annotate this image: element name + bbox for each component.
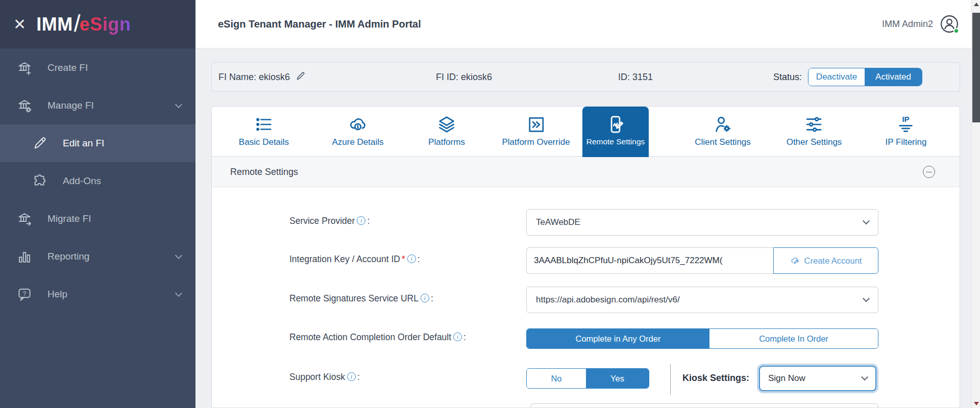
service-provider-select[interactable]: TeAWebDE xyxy=(526,209,878,236)
tab-basic-details[interactable]: Basic Details xyxy=(239,107,289,157)
cloud-pen-icon xyxy=(790,256,800,266)
tab-client-settings[interactable]: Client Settings xyxy=(695,107,751,157)
support-kiosk-toggle: No Yes xyxy=(526,368,649,389)
vertical-divider xyxy=(670,364,671,395)
support-kiosk-label: Support Kioski: xyxy=(289,372,360,382)
activated-button[interactable]: Activated xyxy=(865,68,922,86)
bank-arrow-icon xyxy=(17,211,32,226)
tab-platforms[interactable]: Platforms xyxy=(428,107,465,157)
sidebar-item-reporting[interactable]: Reporting xyxy=(0,238,195,275)
device-signature-icon xyxy=(606,115,625,134)
sidebar-nav: Create FI Manage FI Edit an FI Add-Ons xyxy=(0,49,195,313)
scrollbar-thumb[interactable] xyxy=(972,13,980,122)
user-name: IMM Admin2 xyxy=(882,19,933,30)
user-menu[interactable]: IMM Admin2 xyxy=(882,15,959,33)
chevron-down-icon xyxy=(863,217,870,224)
kiosk-settings-value: Sign Now xyxy=(768,373,805,384)
logo-esign-text: eSign xyxy=(80,14,131,35)
sidebar-item-help[interactable]: ? Help xyxy=(0,275,195,313)
help-bubble-icon: ? xyxy=(17,287,32,302)
deactivate-button[interactable]: Deactivate xyxy=(808,68,865,86)
status-toggle: Deactivate Activated xyxy=(808,68,922,86)
sidebar-item-label: Create FI xyxy=(47,62,88,73)
bar-chart-icon xyxy=(17,249,32,264)
kiosk-no-option[interactable]: No xyxy=(527,369,586,388)
complete-any-order-option[interactable]: Complete in Any Order xyxy=(527,329,709,348)
create-account-label: Create Account xyxy=(804,256,862,266)
tab-label: Client Settings xyxy=(695,137,751,147)
tab-label: Azure Details xyxy=(332,137,383,147)
integration-key-input[interactable]: 3AAABLblqZhCPfuU-npiCakOjy5Ut75_7222WM( xyxy=(526,247,773,274)
close-menu-icon[interactable]: ✕ xyxy=(13,17,26,32)
puzzle-icon xyxy=(32,173,47,189)
service-url-value: https://api.adobesign.com/api/rest/v6/ xyxy=(536,295,680,305)
scroll-down-arrow[interactable] xyxy=(972,399,980,408)
tab-label: Basic Details xyxy=(239,137,289,147)
sidebar-item-manage-fi[interactable]: Manage FI xyxy=(0,87,195,124)
tab-ip-filtering[interactable]: IP IP Filtering xyxy=(886,107,927,157)
tab-other-settings[interactable]: Other Settings xyxy=(787,107,842,157)
bank-plus-icon xyxy=(17,60,32,75)
kiosk-settings-select[interactable]: Sign Now xyxy=(759,366,876,391)
svg-text:IP: IP xyxy=(902,115,910,123)
integration-key-label: Integration Key / Account ID*i: xyxy=(289,254,420,265)
integration-key-group: 3AAABLblqZhCPfuU-npiCakOjy5Ut75_7222WM( … xyxy=(526,247,878,274)
info-icon[interactable]: i xyxy=(407,254,416,263)
tab-label: Platform Override xyxy=(502,137,570,147)
info-icon[interactable]: i xyxy=(357,216,365,225)
sidebar-item-create-fi[interactable]: Create FI xyxy=(0,49,195,87)
sidebar-item-add-ons[interactable]: Add-Ons xyxy=(0,162,195,200)
info-icon[interactable]: i xyxy=(421,294,429,302)
tenant-settings-card: Basic Details Azure Details Platforms Pl… xyxy=(211,106,960,408)
panel-header: Remote Settings xyxy=(212,157,960,187)
kiosk-yes-option[interactable]: Yes xyxy=(586,369,649,388)
boxed-arrow-icon xyxy=(526,115,546,134)
service-url-select[interactable]: https://api.adobesign.com/api/rest/v6/ xyxy=(526,287,878,313)
tab-label: Other Settings xyxy=(787,137,842,147)
service-provider-value: TeAWebDE xyxy=(536,217,580,227)
fi-numeric-id: ID: 3151 xyxy=(618,72,653,83)
next-field-cutoff[interactable] xyxy=(530,403,878,408)
logo-imm-text: IMM xyxy=(36,14,72,35)
info-icon[interactable]: i xyxy=(453,333,462,341)
fi-id: FI ID: ekiosk6 xyxy=(436,72,492,83)
tab-platform-override[interactable]: Platform Override xyxy=(502,107,570,157)
sidebar-item-label: Edit an FI xyxy=(63,138,104,149)
fi-name-text: FI Name: ekiosk6 xyxy=(218,72,290,83)
collapse-panel-icon[interactable] xyxy=(923,166,935,178)
sidebar-item-migrate-fi[interactable]: Migrate FI xyxy=(0,200,195,238)
completion-order-toggle: Complete in Any Order Complete In Order xyxy=(526,328,878,349)
fi-name: FI Name: ekiosk6 xyxy=(218,70,306,84)
create-account-button[interactable]: Create Account xyxy=(773,247,878,274)
scroll-up-arrow[interactable] xyxy=(972,0,980,9)
panel-title: Remote Settings xyxy=(230,166,298,177)
sidebar-item-label: Reporting xyxy=(47,251,89,262)
completion-order-label: Remote Action Completion Order Defaulti: xyxy=(289,332,466,343)
service-provider-label: Service Provideri: xyxy=(289,216,370,226)
avatar[interactable] xyxy=(940,15,959,33)
list-icon xyxy=(254,115,274,134)
sliders-icon xyxy=(804,115,824,134)
layers-icon xyxy=(437,115,456,134)
chevron-down-icon xyxy=(863,295,870,302)
service-url-label: Remote Signatures Service URLi: xyxy=(289,293,433,304)
fi-info-bar: FI Name: ekiosk6 FI ID: ekiosk6 ID: 3151… xyxy=(211,62,960,92)
sidebar-item-edit-an-fi[interactable]: Edit an FI xyxy=(0,124,195,162)
vertical-scrollbar[interactable] xyxy=(971,0,980,408)
edit-fi-name-icon[interactable] xyxy=(295,70,306,84)
info-icon[interactable]: i xyxy=(347,372,356,381)
complete-in-order-option[interactable]: Complete In Order xyxy=(709,329,878,348)
page-title: eSign Tenant Manager - IMM Admin Portal xyxy=(218,18,421,30)
online-status-dot xyxy=(953,28,959,34)
tab-azure-details[interactable]: Azure Details xyxy=(332,107,383,157)
user-gear-icon xyxy=(713,115,732,134)
chevron-down-icon xyxy=(175,252,182,259)
required-asterisk: * xyxy=(402,254,405,264)
logo-slash: / xyxy=(74,10,81,37)
top-header: eSign Tenant Manager - IMM Admin Portal … xyxy=(195,0,980,48)
pencil-icon xyxy=(32,136,47,151)
sidebar-item-label: Help xyxy=(47,289,67,300)
tab-remote-settings[interactable]: Remote Settings xyxy=(582,107,649,157)
status-control: Status: Deactivate Activated xyxy=(773,68,922,86)
svg-text:?: ? xyxy=(23,290,27,297)
